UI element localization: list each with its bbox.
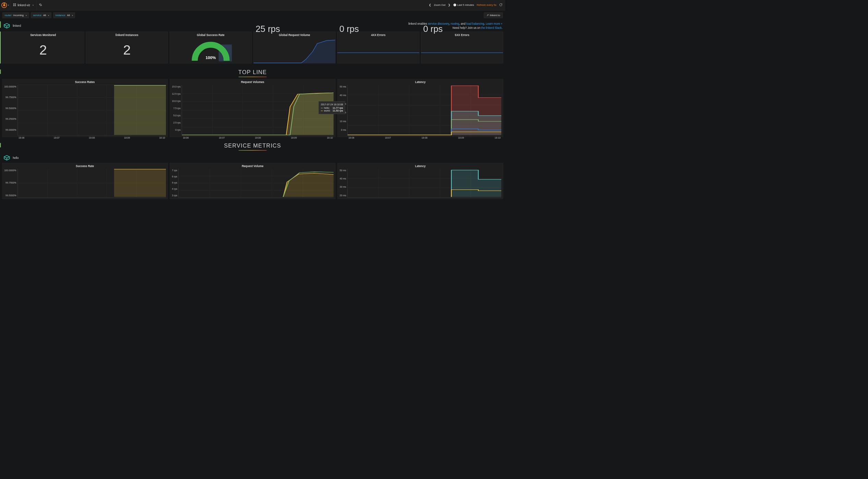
y-axis: 7 rps 6 rps 5 rps 4 rps 3 rps bbox=[171, 169, 178, 198]
template-instance[interactable]: instance: All ▾ bbox=[53, 12, 75, 18]
panel-latency[interactable]: Latency 50 ms 40 ms 30 ms 20 ms 10 ms 0 … bbox=[337, 79, 503, 137]
svg-rect-4 bbox=[13, 5, 14, 6]
svg-marker-19 bbox=[451, 170, 502, 197]
refresh-interval[interactable]: Refresh every 5s bbox=[477, 3, 496, 7]
external-link-linkerd[interactable]: ↗ linkerd.io bbox=[484, 12, 503, 18]
chart-tooltip: 2017-07-24 18:10:08 hello:11.77 rps worl… bbox=[318, 101, 345, 114]
linkerd-logo-icon bbox=[3, 154, 11, 162]
y-axis: 15.0 rps 12.5 rps 10.0 rps 7.5 rps 5.0 r… bbox=[171, 85, 182, 136]
svg-point-1 bbox=[3, 4, 5, 6]
panel-success-rates[interactable]: Success Rates 100.0000% 99.7500% 99.5000… bbox=[2, 79, 168, 137]
y-axis: 50 ms 40 ms 30 ms 20 ms bbox=[339, 169, 348, 198]
dashboard-picker[interactable]: linkerd-viz ▾ bbox=[10, 0, 36, 10]
hello-charts: Success Rate 100.0000% 99.7500% 99.5000%… bbox=[0, 163, 505, 199]
panel-hello-success-rate[interactable]: Success Rate 100.0000% 99.7500% 99.5000% bbox=[2, 163, 168, 199]
panel-global-success-rate[interactable]: Global Success Rate 100% bbox=[170, 32, 252, 63]
grafana-logo[interactable]: ▾ bbox=[0, 0, 10, 10]
panel-global-request-volume[interactable]: Global Request Volume 25 rps bbox=[253, 32, 336, 63]
settings-button[interactable] bbox=[37, 3, 45, 7]
y-axis: 100.0000% 99.7500% 99.5000% bbox=[4, 169, 17, 198]
template-row: router: incoming ▾ service: All ▾ instan… bbox=[0, 10, 505, 20]
svg-rect-9 bbox=[114, 85, 166, 135]
panel-hello-latency[interactable]: Latency 50 ms 40 ms 30 ms 20 ms bbox=[337, 163, 503, 199]
linkerd-logo-icon bbox=[3, 22, 11, 30]
stat-value: 2 bbox=[4, 38, 82, 62]
time-back-button[interactable]: ❮ bbox=[429, 3, 431, 7]
panel-4xx-errors[interactable]: 4XX Errors 0 rps bbox=[337, 32, 420, 63]
row-title: linkerd bbox=[13, 24, 21, 27]
svg-marker-18 bbox=[283, 173, 334, 197]
sparkline bbox=[254, 32, 336, 63]
refresh-button[interactable] bbox=[499, 3, 502, 7]
external-link-icon: ↗ bbox=[486, 14, 489, 17]
template-router[interactable]: router: incoming ▾ bbox=[2, 12, 29, 18]
panel-request-volumes[interactable]: Request Volumes 15.0 rps 12.5 rps 10.0 r… bbox=[170, 79, 335, 137]
panel-hello-request-volume[interactable]: Request Volume 7 rps 6 rps 5 rps 4 rps 3… bbox=[170, 163, 335, 199]
svg-rect-5 bbox=[15, 5, 16, 6]
svg-rect-16 bbox=[114, 169, 166, 197]
svg-rect-2 bbox=[13, 3, 14, 4]
top-nav: ▾ linkerd-viz ▾ ❮ Zoom Out ❯ 🕘 Last 5 mi… bbox=[0, 0, 505, 10]
stat-value: 25 rps bbox=[256, 24, 334, 34]
gauge-value: 100% bbox=[206, 56, 216, 60]
y-axis: 100.0000% 99.7500% 99.5000% 99.2500% 99.… bbox=[4, 85, 17, 136]
svg-rect-3 bbox=[15, 3, 16, 4]
stats-row: Services Monitored 2 linkerd Instances 2… bbox=[0, 32, 505, 63]
stat-value: 0 rps bbox=[339, 24, 417, 34]
section-service-metrics: SERVICE METRICS bbox=[0, 137, 505, 152]
tiles-icon bbox=[13, 3, 16, 7]
row-title: hello bbox=[13, 156, 19, 159]
stat-value: 0 rps bbox=[423, 24, 501, 34]
top-line-charts: Success Rates 100.0000% 99.7500% 99.5000… bbox=[0, 79, 505, 137]
svg-marker-7 bbox=[254, 40, 336, 63]
time-forward-button[interactable]: ❯ bbox=[448, 3, 450, 7]
template-service[interactable]: service: All ▾ bbox=[31, 12, 51, 18]
clock-icon: 🕘 bbox=[453, 3, 457, 7]
panel-5xx-errors[interactable]: 5XX Errors 0 rps bbox=[421, 32, 503, 63]
panel-services-monitored[interactable]: Services Monitored 2 bbox=[2, 32, 84, 63]
hello-header-row: hello bbox=[0, 153, 505, 163]
panel-linkerd-instances[interactable]: linkerd Instances 2 bbox=[86, 32, 168, 63]
dashboard-name: linkerd-viz bbox=[17, 3, 30, 7]
stat-value: 2 bbox=[88, 38, 166, 62]
section-top-line: TOP LINE bbox=[0, 63, 505, 79]
zoom-out-button[interactable]: Zoom Out bbox=[434, 3, 446, 7]
time-range-picker[interactable]: 🕘 Last 5 minutes bbox=[453, 3, 474, 7]
